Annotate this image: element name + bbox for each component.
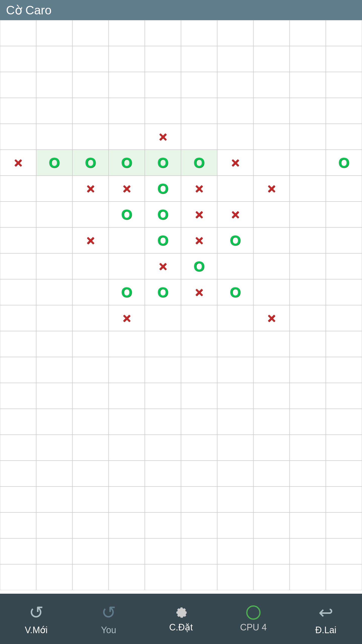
cell[interactable]: O <box>36 150 72 176</box>
cell[interactable] <box>72 564 109 590</box>
cell[interactable] <box>217 383 253 409</box>
cell[interactable] <box>145 331 181 357</box>
cell[interactable] <box>181 564 217 590</box>
cell[interactable] <box>109 124 145 150</box>
cell[interactable] <box>36 409 72 435</box>
cell[interactable] <box>109 46 145 72</box>
cell[interactable]: O <box>109 202 145 227</box>
cell[interactable] <box>290 20 326 46</box>
cell[interactable] <box>109 564 145 590</box>
cell[interactable] <box>181 383 217 409</box>
cell[interactable] <box>290 512 326 538</box>
cell[interactable] <box>181 331 217 357</box>
cell[interactable] <box>326 512 362 538</box>
cell[interactable] <box>109 487 145 512</box>
cell[interactable] <box>253 253 290 279</box>
cell[interactable] <box>36 383 72 409</box>
cell[interactable] <box>145 357 181 383</box>
cell[interactable] <box>72 357 109 383</box>
cell[interactable] <box>36 202 72 227</box>
cell[interactable] <box>0 124 36 150</box>
cell[interactable] <box>326 435 362 461</box>
cell[interactable] <box>253 409 290 435</box>
cell[interactable] <box>290 150 326 176</box>
cell[interactable]: × <box>0 150 36 176</box>
cell[interactable] <box>290 383 326 409</box>
cell[interactable] <box>181 46 217 72</box>
cell[interactable] <box>145 72 181 98</box>
cell[interactable]: × <box>217 150 253 176</box>
cell[interactable]: × <box>253 305 290 331</box>
cell[interactable] <box>72 98 109 124</box>
cell[interactable] <box>36 435 72 461</box>
cell[interactable] <box>72 202 109 227</box>
cell[interactable] <box>217 305 253 331</box>
cell[interactable]: × <box>145 124 181 150</box>
cell[interactable]: O <box>181 253 217 279</box>
cell[interactable] <box>0 202 36 227</box>
cell[interactable] <box>181 512 217 538</box>
cell[interactable] <box>72 124 109 150</box>
cell[interactable] <box>109 512 145 538</box>
cell[interactable] <box>290 176 326 202</box>
cell[interactable] <box>290 98 326 124</box>
cell[interactable] <box>0 357 36 383</box>
cell[interactable] <box>0 331 36 357</box>
cell[interactable] <box>36 487 72 512</box>
cell[interactable] <box>290 305 326 331</box>
cell[interactable] <box>0 46 36 72</box>
cell[interactable] <box>36 98 72 124</box>
cell[interactable] <box>326 46 362 72</box>
cell[interactable] <box>253 124 290 150</box>
cell[interactable] <box>290 487 326 512</box>
cell[interactable]: × <box>217 202 253 227</box>
cell[interactable] <box>145 46 181 72</box>
cell[interactable] <box>36 253 72 279</box>
cell[interactable] <box>217 461 253 487</box>
cell[interactable] <box>109 461 145 487</box>
cell[interactable] <box>253 331 290 357</box>
cell[interactable] <box>36 331 72 357</box>
cell[interactable] <box>0 279 36 305</box>
cell[interactable] <box>326 176 362 202</box>
cell[interactable] <box>290 331 326 357</box>
cell[interactable] <box>326 538 362 564</box>
cell[interactable] <box>217 538 253 564</box>
cell[interactable] <box>109 253 145 279</box>
cell[interactable]: × <box>253 176 290 202</box>
cell[interactable]: × <box>72 176 109 202</box>
cell[interactable] <box>181 124 217 150</box>
cell[interactable] <box>181 461 217 487</box>
undo-button[interactable]: ↩ Đ.Lai <box>301 602 351 635</box>
cell[interactable] <box>36 538 72 564</box>
cell[interactable] <box>217 98 253 124</box>
cell[interactable]: × <box>72 227 109 253</box>
cell[interactable] <box>253 435 290 461</box>
cell[interactable] <box>72 279 109 305</box>
cell[interactable] <box>290 435 326 461</box>
cell[interactable] <box>253 46 290 72</box>
cell[interactable] <box>36 176 72 202</box>
cell[interactable] <box>217 487 253 512</box>
cell[interactable] <box>290 253 326 279</box>
cell[interactable] <box>217 124 253 150</box>
cell[interactable] <box>253 564 290 590</box>
cell[interactable] <box>253 98 290 124</box>
cell[interactable] <box>290 72 326 98</box>
cell[interactable] <box>326 409 362 435</box>
cell[interactable] <box>217 564 253 590</box>
cell[interactable]: O <box>217 227 253 253</box>
cell[interactable] <box>0 538 36 564</box>
cell[interactable]: × <box>109 305 145 331</box>
cell[interactable]: O <box>145 227 181 253</box>
cell[interactable] <box>326 357 362 383</box>
cell[interactable] <box>109 538 145 564</box>
cell[interactable] <box>326 253 362 279</box>
cell[interactable]: O <box>109 279 145 305</box>
cell[interactable] <box>145 564 181 590</box>
cell[interactable] <box>109 357 145 383</box>
cell[interactable] <box>109 98 145 124</box>
cell[interactable] <box>253 461 290 487</box>
cell[interactable] <box>253 538 290 564</box>
cell[interactable] <box>0 72 36 98</box>
